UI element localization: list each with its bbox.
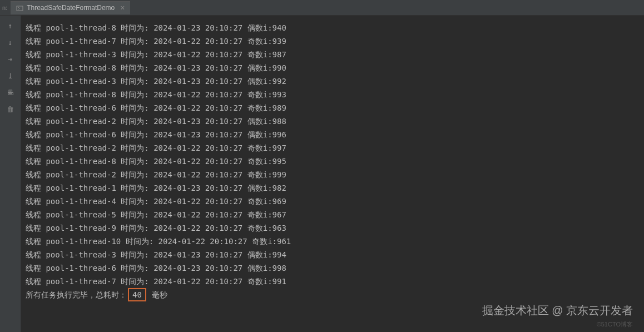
summary-suffix: 毫秒 <box>147 290 167 299</box>
console-line: 线程 pool-1-thread-8 时间为: 2024-01-22 20:10… <box>26 155 640 168</box>
scroll-to-end-icon[interactable]: ⤓ <box>5 70 16 81</box>
console-line: 线程 pool-1-thread-2 时间为: 2024-01-22 20:10… <box>26 168 640 181</box>
tab-bar: n: ThreadSafeDateFormatDemo × <box>0 0 644 16</box>
console-line: 线程 pool-1-thread-3 时间为: 2024-01-23 20:10… <box>26 75 640 88</box>
console-summary-line: 所有任务执行完毕，总耗时：40 毫秒 <box>26 288 640 301</box>
console-line: 线程 pool-1-thread-1 时间为: 2024-01-23 20:10… <box>26 181 640 195</box>
down-arrow-icon[interactable]: ↓ <box>5 37 16 48</box>
console-line: 线程 pool-1-thread-2 时间为: 2024-01-23 20:10… <box>26 115 640 128</box>
close-icon[interactable]: × <box>120 3 125 12</box>
console-line: 线程 pool-1-thread-8 时间为: 2024-01-23 20:10… <box>26 21 640 34</box>
console-line: 线程 pool-1-thread-3 时间为: 2024-01-23 20:10… <box>26 248 640 261</box>
console-line: 线程 pool-1-thread-2 时间为: 2024-01-22 20:10… <box>26 141 640 155</box>
tab-title: ThreadSafeDateFormatDemo <box>27 4 115 12</box>
run-config-icon <box>16 4 23 12</box>
console-line: 线程 pool-1-thread-6 时间为: 2024-01-23 20:10… <box>26 261 640 275</box>
console-line: 线程 pool-1-thread-7 时间为: 2024-01-22 20:10… <box>26 34 640 48</box>
up-arrow-icon[interactable]: ↑ <box>5 20 16 31</box>
console-line: 线程 pool-1-thread-5 时间为: 2024-01-22 20:10… <box>26 208 640 221</box>
console-line: 线程 pool-1-thread-8 时间为: 2024-01-23 20:10… <box>26 61 640 75</box>
soft-wrap-icon[interactable]: ⇥ <box>5 53 16 65</box>
prefix-label: n: <box>2 4 11 11</box>
console-line: 线程 pool-1-thread-10 时间为: 2024-01-22 20:1… <box>26 235 640 248</box>
console-line: 线程 pool-1-thread-7 时间为: 2024-01-22 20:10… <box>26 275 640 288</box>
trash-icon[interactable]: 🗑 <box>5 103 16 115</box>
console-line: 线程 pool-1-thread-8 时间为: 2024-01-22 20:10… <box>26 88 640 101</box>
console-line: 线程 pool-1-thread-6 时间为: 2024-01-22 20:10… <box>26 101 640 115</box>
console-line: 线程 pool-1-thread-3 时间为: 2024-01-22 20:10… <box>26 48 640 61</box>
console-line: 线程 pool-1-thread-4 时间为: 2024-01-22 20:10… <box>26 195 640 208</box>
main-area: ↑↓⇥⤓🖶🗑 线程 pool-1-thread-8 时间为: 2024-01-2… <box>0 16 644 332</box>
console-line: 线程 pool-1-thread-6 时间为: 2024-01-23 20:10… <box>26 128 640 141</box>
summary-value-highlight: 40 <box>128 288 146 301</box>
run-tab[interactable]: ThreadSafeDateFormatDemo × <box>11 1 130 14</box>
print-icon[interactable]: 🖶 <box>5 87 16 98</box>
toolbar-gutter: ↑↓⇥⤓🖶🗑 <box>0 16 21 332</box>
console-output[interactable]: 线程 pool-1-thread-8 时间为: 2024-01-23 20:10… <box>21 16 644 332</box>
summary-prefix: 所有任务执行完毕，总耗时： <box>26 290 127 299</box>
console-line: 线程 pool-1-thread-9 时间为: 2024-01-22 20:10… <box>26 221 640 235</box>
